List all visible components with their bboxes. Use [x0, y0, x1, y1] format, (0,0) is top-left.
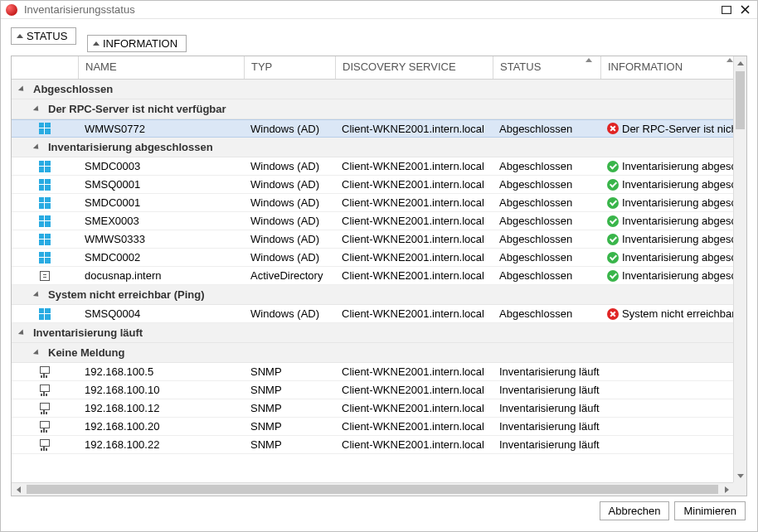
cell-status: Abgeschlossen [493, 215, 600, 227]
collapse-icon [20, 85, 28, 94]
snmp-device-icon [39, 421, 51, 433]
subgroup-row[interactable]: System nicht erreichbar (Ping) [12, 285, 733, 305]
collapse-icon [35, 291, 43, 299]
info-text: System nicht erreichbar [622, 307, 733, 320]
cell-icon [12, 439, 78, 451]
info-text: Inventarisierung abgescl [622, 251, 733, 264]
group-label: Inventarisierung läuft [33, 326, 143, 339]
cell-status: Inventarisierung läuft [493, 420, 600, 433]
chevron-up-icon [93, 41, 100, 46]
cell-discovery: Client-WKNE2001.intern.local [335, 307, 493, 320]
table-row[interactable]: SMSQ0004Windows (AD)Client-WKNE2001.inte… [12, 305, 733, 323]
cell-typ: SNMP [244, 365, 335, 378]
groupby-chip-status[interactable]: STATUS [11, 27, 76, 45]
table-row[interactable]: 192.168.100.12SNMPClient-WKNE2001.intern… [12, 399, 733, 418]
collapse-icon [20, 329, 28, 337]
scroll-up-button[interactable] [734, 56, 746, 70]
windows-icon [39, 123, 51, 134]
scroll-thumb[interactable] [27, 485, 718, 494]
cell-status: Inventarisierung läuft [493, 365, 600, 378]
cell-typ: Windows (AD) [244, 233, 335, 245]
table-row[interactable]: WMWS0772Windows (AD)Client-WKNE2001.inte… [12, 119, 733, 138]
cell-discovery: Client-WKNE2001.intern.local [335, 438, 493, 451]
subgroup-row[interactable]: Inventarisierung abgeschlossen [12, 138, 733, 157]
info-text: Inventarisierung abgescl [622, 233, 733, 245]
cell-status: Abgeschlossen [493, 196, 600, 209]
cell-icon [12, 384, 78, 396]
column-header-information[interactable]: INFORMATION [600, 56, 733, 79]
windows-icon [39, 308, 51, 320]
column-header-name[interactable]: NAME [78, 56, 244, 79]
table-row[interactable]: 192.168.100.5SNMPClient-WKNE2001.intern.… [12, 363, 733, 381]
groupby-chip-information[interactable]: INFORMATION [87, 35, 187, 52]
cell-status: Inventarisierung läuft [493, 402, 600, 414]
table-row[interactable]: 192.168.100.20SNMPClient-WKNE2001.intern… [12, 418, 733, 436]
scroll-thumb[interactable] [736, 71, 745, 129]
column-header-typ[interactable]: TYP [244, 56, 335, 79]
cell-name: SMDC0003 [78, 160, 244, 172]
cell-icon [12, 179, 78, 191]
close-button[interactable] [737, 3, 752, 17]
windows-icon [39, 179, 51, 191]
cell-name: SMDC0002 [78, 251, 244, 264]
cell-icon [12, 234, 78, 245]
svg-rect-0 [722, 6, 731, 13]
cell-name: WMWS0333 [78, 233, 244, 245]
subgroup-label: Keine Meldung [48, 346, 124, 359]
cell-typ: Windows (AD) [244, 251, 335, 264]
error-icon [607, 123, 619, 134]
horizontal-scrollbar[interactable] [12, 482, 746, 496]
group-row[interactable]: Abgeschlossen [12, 80, 733, 99]
footer: Abbrechen Minimieren [11, 496, 747, 525]
cell-icon [12, 161, 78, 172]
cell-icon [12, 366, 78, 378]
table-row[interactable]: WMWS0333Windows (AD)Client-WKNE2001.inte… [12, 230, 733, 249]
cell-discovery: Client-WKNE2001.intern.local [335, 123, 493, 135]
cancel-button[interactable]: Abbrechen [600, 501, 670, 520]
column-header-discovery[interactable]: DISCOVERY SERVICE [335, 56, 493, 79]
table-row[interactable]: 192.168.100.10SNMPClient-WKNE2001.intern… [12, 381, 733, 399]
info-text: Inventarisierung abgescl [622, 215, 733, 227]
scroll-right-button[interactable] [720, 483, 733, 496]
cell-status: Abgeschlossen [493, 123, 600, 135]
cell-information: Inventarisierung abgescl [600, 215, 733, 227]
cell-discovery: Client-WKNE2001.intern.local [335, 384, 493, 396]
cell-icon [12, 308, 78, 320]
maximize-button[interactable] [719, 3, 734, 17]
vertical-scrollbar[interactable] [733, 56, 746, 482]
cell-discovery: Client-WKNE2001.intern.local [335, 269, 493, 282]
table-row[interactable]: 192.168.100.22SNMPClient-WKNE2001.intern… [12, 436, 733, 454]
scroll-left-button[interactable] [12, 483, 25, 496]
subgroup-row[interactable]: Keine Meldung [12, 343, 733, 363]
subgroup-label: Inventarisierung abgeschlossen [48, 141, 213, 153]
column-header-icon[interactable] [12, 56, 78, 79]
cell-name: SMDC0001 [78, 196, 244, 209]
snmp-device-icon [39, 403, 51, 414]
table-row[interactable]: SMEX0003Windows (AD)Client-WKNE2001.inte… [12, 212, 733, 230]
table-row[interactable]: SMDC0003Windows (AD)Client-WKNE2001.inte… [12, 157, 733, 176]
table-row[interactable]: SMDC0002Windows (AD)Client-WKNE2001.inte… [12, 249, 733, 267]
cell-name: 192.168.100.12 [78, 402, 244, 414]
cell-status: Abgeschlossen [493, 160, 600, 172]
group-row[interactable]: Inventarisierung läuft [12, 323, 733, 343]
column-header-status[interactable]: STATUS [493, 56, 600, 79]
body: STATUS INFORMATION NAME TYP DISCOVERY SE… [1, 19, 757, 531]
cell-discovery: Client-WKNE2001.intern.local [335, 420, 493, 433]
windows-icon [39, 197, 51, 209]
cell-status: Abgeschlossen [493, 269, 600, 282]
table-row[interactable]: SMSQ0001Windows (AD)Client-WKNE2001.inte… [12, 176, 733, 194]
app-icon [6, 4, 17, 16]
minimize-button[interactable]: Minimieren [674, 501, 746, 520]
cell-discovery: Client-WKNE2001.intern.local [335, 402, 493, 414]
cell-icon [12, 271, 78, 281]
cell-icon [12, 197, 78, 209]
scroll-down-button[interactable] [734, 469, 746, 482]
cell-typ: SNMP [244, 438, 335, 451]
info-text: Inventarisierung abgescl [622, 178, 733, 191]
table-row[interactable]: docusnap.internActiveDirectoryClient-WKN… [12, 267, 733, 285]
cell-discovery: Client-WKNE2001.intern.local [335, 196, 493, 209]
grid: NAME TYP DISCOVERY SERVICE STATUS INFORM… [11, 56, 747, 496]
subgroup-row[interactable]: Der RPC-Server ist nicht verfügbar [12, 99, 733, 119]
table-row[interactable]: SMDC0001Windows (AD)Client-WKNE2001.inte… [12, 194, 733, 212]
windows-icon [39, 252, 51, 264]
